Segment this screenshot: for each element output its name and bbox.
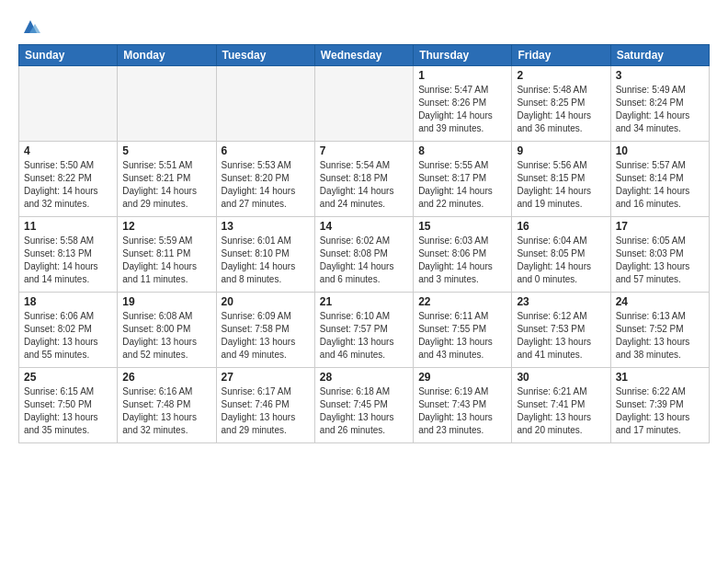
calendar-cell: 7Sunrise: 5:54 AMSunset: 8:18 PMDaylight…	[314, 142, 413, 217]
day-info: Sunrise: 6:06 AMSunset: 8:02 PMDaylight:…	[24, 310, 112, 362]
day-number: 2	[517, 69, 605, 82]
day-number: 11	[24, 220, 112, 233]
calendar-cell: 26Sunrise: 6:16 AMSunset: 7:48 PMDayligh…	[118, 368, 216, 443]
day-info: Sunrise: 6:13 AMSunset: 7:52 PMDaylight:…	[616, 310, 704, 362]
calendar-cell: 3Sunrise: 5:49 AMSunset: 8:24 PMDaylight…	[610, 66, 709, 142]
calendar-cell: 18Sunrise: 6:06 AMSunset: 8:02 PMDayligh…	[19, 293, 118, 368]
calendar-cell	[216, 66, 314, 142]
day-info: Sunrise: 6:11 AMSunset: 7:55 PMDaylight:…	[418, 310, 506, 362]
day-number: 5	[122, 144, 210, 157]
day-info: Sunrise: 6:15 AMSunset: 7:50 PMDaylight:…	[24, 385, 112, 437]
day-number: 24	[616, 295, 704, 308]
weekday-header-saturday: Saturday	[610, 45, 709, 66]
day-info: Sunrise: 6:17 AMSunset: 7:46 PMDaylight:…	[222, 385, 310, 437]
calendar-cell	[19, 66, 118, 142]
day-number: 28	[320, 371, 408, 384]
calendar-cell: 29Sunrise: 6:19 AMSunset: 7:43 PMDayligh…	[414, 368, 512, 443]
logo-icon	[20, 17, 40, 37]
calendar-cell: 31Sunrise: 6:22 AMSunset: 7:39 PMDayligh…	[610, 368, 709, 443]
calendar-cell: 24Sunrise: 6:13 AMSunset: 7:52 PMDayligh…	[610, 293, 709, 368]
weekday-header-sunday: Sunday	[19, 45, 118, 66]
calendar-cell: 6Sunrise: 5:53 AMSunset: 8:20 PMDaylight…	[216, 142, 314, 217]
day-info: Sunrise: 5:48 AMSunset: 8:25 PMDaylight:…	[517, 84, 605, 135]
day-number: 17	[616, 220, 704, 233]
calendar-cell: 13Sunrise: 6:01 AMSunset: 8:10 PMDayligh…	[216, 217, 314, 293]
calendar-cell: 27Sunrise: 6:17 AMSunset: 7:46 PMDayligh…	[216, 368, 314, 443]
day-number: 22	[418, 295, 506, 308]
calendar-cell: 2Sunrise: 5:48 AMSunset: 8:25 PMDaylight…	[512, 66, 610, 142]
calendar-cell: 20Sunrise: 6:09 AMSunset: 7:58 PMDayligh…	[216, 293, 314, 368]
day-number: 29	[418, 371, 506, 384]
day-number: 16	[517, 220, 605, 233]
day-number: 15	[418, 220, 506, 233]
day-info: Sunrise: 5:54 AMSunset: 8:18 PMDaylight:…	[320, 159, 408, 211]
day-info: Sunrise: 5:51 AMSunset: 8:21 PMDaylight:…	[122, 159, 210, 211]
day-number: 20	[222, 295, 310, 308]
calendar-cell: 25Sunrise: 6:15 AMSunset: 7:50 PMDayligh…	[19, 368, 118, 443]
day-info: Sunrise: 6:02 AMSunset: 8:08 PMDaylight:…	[320, 235, 408, 286]
weekday-header-row: SundayMondayTuesdayWednesdayThursdayFrid…	[19, 45, 710, 66]
weekday-header-monday: Monday	[118, 45, 216, 66]
day-number: 1	[418, 69, 506, 82]
day-info: Sunrise: 6:16 AMSunset: 7:48 PMDaylight:…	[122, 385, 210, 437]
day-info: Sunrise: 6:12 AMSunset: 7:53 PMDaylight:…	[517, 310, 605, 362]
day-info: Sunrise: 5:59 AMSunset: 8:11 PMDaylight:…	[122, 235, 210, 286]
page-header	[18, 17, 710, 37]
day-info: Sunrise: 6:08 AMSunset: 8:00 PMDaylight:…	[122, 310, 210, 362]
calendar-cell: 4Sunrise: 5:50 AMSunset: 8:22 PMDaylight…	[19, 142, 118, 217]
day-info: Sunrise: 5:53 AMSunset: 8:20 PMDaylight:…	[222, 159, 310, 211]
day-info: Sunrise: 5:55 AMSunset: 8:17 PMDaylight:…	[418, 159, 506, 211]
calendar-table: SundayMondayTuesdayWednesdayThursdayFrid…	[18, 44, 710, 443]
week-row-4: 18Sunrise: 6:06 AMSunset: 8:02 PMDayligh…	[19, 293, 710, 368]
calendar-cell: 11Sunrise: 5:58 AMSunset: 8:13 PMDayligh…	[19, 217, 118, 293]
day-info: Sunrise: 6:22 AMSunset: 7:39 PMDaylight:…	[616, 385, 704, 437]
day-info: Sunrise: 5:57 AMSunset: 8:14 PMDaylight:…	[616, 159, 704, 211]
day-number: 19	[122, 295, 210, 308]
calendar-cell: 21Sunrise: 6:10 AMSunset: 7:57 PMDayligh…	[314, 293, 413, 368]
weekday-header-tuesday: Tuesday	[216, 45, 314, 66]
day-number: 12	[122, 220, 210, 233]
weekday-header-friday: Friday	[512, 45, 610, 66]
day-info: Sunrise: 6:21 AMSunset: 7:41 PMDaylight:…	[517, 385, 605, 437]
day-number: 18	[24, 295, 112, 308]
day-info: Sunrise: 6:04 AMSunset: 8:05 PMDaylight:…	[517, 235, 605, 286]
day-info: Sunrise: 6:01 AMSunset: 8:10 PMDaylight:…	[222, 235, 310, 286]
day-info: Sunrise: 5:49 AMSunset: 8:24 PMDaylight:…	[616, 84, 704, 135]
calendar-cell: 14Sunrise: 6:02 AMSunset: 8:08 PMDayligh…	[314, 217, 413, 293]
logo	[18, 17, 40, 37]
week-row-2: 4Sunrise: 5:50 AMSunset: 8:22 PMDaylight…	[19, 142, 710, 217]
calendar-cell	[118, 66, 216, 142]
calendar-cell: 15Sunrise: 6:03 AMSunset: 8:06 PMDayligh…	[414, 217, 512, 293]
day-number: 6	[222, 144, 310, 157]
day-info: Sunrise: 6:05 AMSunset: 8:03 PMDaylight:…	[616, 235, 704, 286]
calendar-cell: 17Sunrise: 6:05 AMSunset: 8:03 PMDayligh…	[610, 217, 709, 293]
calendar-page: SundayMondayTuesdayWednesdayThursdayFrid…	[0, 0, 728, 563]
day-number: 25	[24, 371, 112, 384]
day-number: 27	[222, 371, 310, 384]
day-number: 26	[122, 371, 210, 384]
week-row-3: 11Sunrise: 5:58 AMSunset: 8:13 PMDayligh…	[19, 217, 710, 293]
calendar-cell: 9Sunrise: 5:56 AMSunset: 8:15 PMDaylight…	[512, 142, 610, 217]
day-number: 7	[320, 144, 408, 157]
day-number: 4	[24, 144, 112, 157]
week-row-1: 1Sunrise: 5:47 AMSunset: 8:26 PMDaylight…	[19, 66, 710, 142]
day-info: Sunrise: 6:09 AMSunset: 7:58 PMDaylight:…	[222, 310, 310, 362]
day-number: 31	[616, 371, 704, 384]
calendar-cell: 8Sunrise: 5:55 AMSunset: 8:17 PMDaylight…	[414, 142, 512, 217]
day-info: Sunrise: 5:47 AMSunset: 8:26 PMDaylight:…	[418, 84, 506, 135]
calendar-cell: 28Sunrise: 6:18 AMSunset: 7:45 PMDayligh…	[314, 368, 413, 443]
calendar-cell: 1Sunrise: 5:47 AMSunset: 8:26 PMDaylight…	[414, 66, 512, 142]
day-info: Sunrise: 5:56 AMSunset: 8:15 PMDaylight:…	[517, 159, 605, 211]
day-number: 13	[222, 220, 310, 233]
day-info: Sunrise: 6:18 AMSunset: 7:45 PMDaylight:…	[320, 385, 408, 437]
day-number: 9	[517, 144, 605, 157]
calendar-cell: 22Sunrise: 6:11 AMSunset: 7:55 PMDayligh…	[414, 293, 512, 368]
day-number: 21	[320, 295, 408, 308]
day-number: 3	[616, 69, 704, 82]
day-number: 10	[616, 144, 704, 157]
day-number: 14	[320, 220, 408, 233]
day-number: 30	[517, 371, 605, 384]
weekday-header-wednesday: Wednesday	[314, 45, 413, 66]
day-number: 23	[517, 295, 605, 308]
calendar-cell: 30Sunrise: 6:21 AMSunset: 7:41 PMDayligh…	[512, 368, 610, 443]
